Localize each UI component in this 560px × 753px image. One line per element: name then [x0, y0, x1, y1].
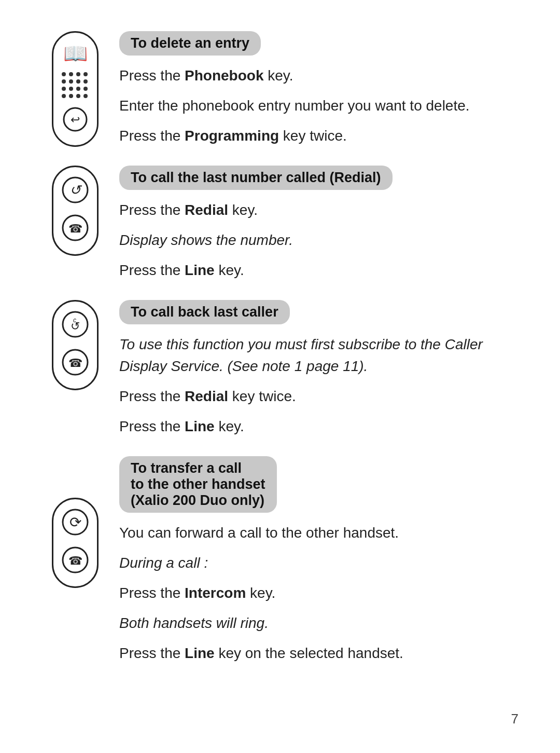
- redial-icon-container: ↺ ☎: [52, 166, 99, 256]
- step-3-callback: Press the Line key.: [119, 416, 519, 437]
- content-callback: To call back last caller To use this fun…: [109, 300, 519, 446]
- step-4-transfer: Both handsets will ring.: [119, 612, 519, 634]
- section-transfer: ⟳ ☎ To transfer a callto the other hands…: [41, 456, 519, 673]
- icons-redial: ↺ ☎: [41, 166, 109, 290]
- section-redial: ↺ ☎ To call the last number called (Redi…: [41, 166, 519, 290]
- page-number: 7: [511, 711, 519, 727]
- bold-line-3: Line: [185, 645, 215, 661]
- content-delete-entry: To delete an entry Press the Phonebook k…: [109, 31, 519, 155]
- svg-text:⟳: ⟳: [69, 514, 81, 530]
- step-3-transfer: Press the Intercom key.: [119, 582, 519, 604]
- header-transfer: To transfer a callto the other handset(X…: [119, 456, 277, 513]
- bold-redial-2: Redial: [185, 388, 228, 404]
- redial-key-icon: ↺: [62, 176, 89, 207]
- page: 📖 ↩ To delete an entry Pr: [0, 0, 560, 724]
- step-1-callback: To use this function you must first subs…: [119, 334, 519, 377]
- bold-redial-1: Redial: [185, 202, 228, 218]
- bold-intercom: Intercom: [185, 585, 246, 601]
- step-1-redial: Press the Redial key.: [119, 199, 519, 221]
- content-redial: To call the last number called (Redial) …: [109, 166, 519, 290]
- bold-line-1: Line: [185, 262, 215, 278]
- programming-icon: ↩: [62, 106, 88, 136]
- callback-redial-icon: c ↺: [62, 311, 89, 341]
- step-2-transfer: During a call :: [119, 552, 519, 574]
- content-transfer: To transfer a callto the other handset(X…: [109, 456, 519, 673]
- icons-callback: c ↺ ☎: [41, 300, 109, 446]
- svg-text:↩: ↩: [71, 113, 80, 126]
- svg-text:☎: ☎: [68, 222, 82, 235]
- callback-icon-container: c ↺ ☎: [52, 300, 99, 390]
- bold-programming: Programming: [185, 128, 279, 144]
- line-key-icon-1: ☎: [62, 214, 89, 245]
- step-5-transfer: Press the Line key on the selected hands…: [119, 642, 519, 664]
- section-delete-entry: 📖 ↩ To delete an entry Pr: [41, 31, 519, 155]
- phonebook-icon-container: 📖 ↩: [52, 31, 99, 147]
- step-2-callback: Press the Redial key twice.: [119, 386, 519, 407]
- svg-text:☎: ☎: [68, 554, 82, 567]
- svg-text:☎: ☎: [68, 357, 82, 369]
- transfer-icon-container: ⟳ ☎: [52, 498, 99, 588]
- line-key-icon-2: ☎: [62, 349, 89, 379]
- icons-delete-entry: 📖 ↩: [41, 31, 109, 155]
- header-delete-entry: To delete an entry: [119, 31, 261, 56]
- svg-text:↺: ↺: [69, 182, 82, 198]
- intercom-icon: ⟳: [62, 509, 89, 539]
- phonebook-icon: 📖: [63, 42, 88, 65]
- step-3-redial: Press the Line key.: [119, 259, 519, 281]
- step-3-delete: Press the Programming key twice.: [119, 125, 519, 147]
- bold-phonebook: Phonebook: [185, 67, 263, 84]
- icons-transfer: ⟳ ☎: [41, 456, 109, 673]
- line-key-icon-3: ☎: [62, 546, 89, 577]
- bold-line-2: Line: [185, 418, 215, 434]
- step-2-delete: Enter the phonebook entry number you wan…: [119, 95, 519, 117]
- section-callback: c ↺ ☎ To call back last caller To use th…: [41, 300, 519, 446]
- step-1-delete: Press the Phonebook key.: [119, 65, 519, 87]
- step-2-redial: Display shows the number.: [119, 229, 519, 251]
- step-1-transfer: You can forward a call to the other hand…: [119, 522, 519, 544]
- svg-text:↺: ↺: [71, 320, 80, 333]
- keypad-grid-icon: [62, 72, 89, 99]
- header-callback: To call back last caller: [119, 300, 290, 324]
- header-redial: To call the last number called (Redial): [119, 166, 393, 190]
